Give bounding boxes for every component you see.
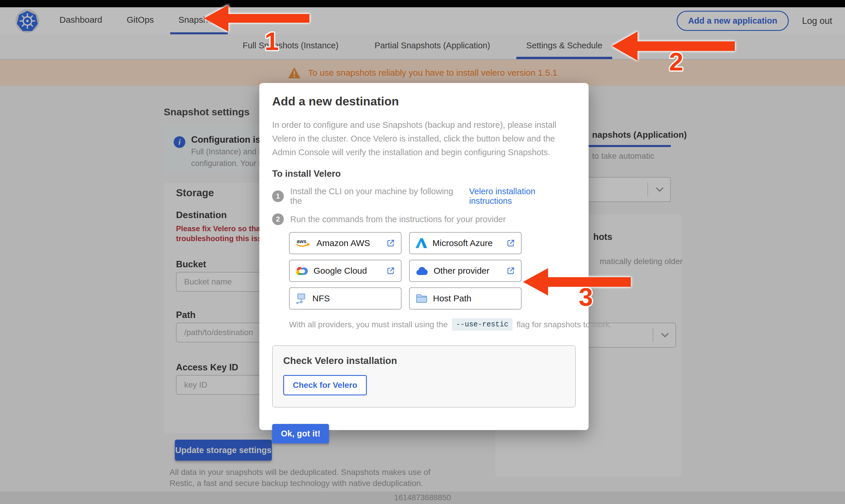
step-text: Run the commands from the instructions f… [290, 215, 506, 224]
provider-label: Amazon AWS [316, 238, 370, 248]
external-link-icon [386, 239, 395, 248]
nfs-network-icon [296, 293, 307, 304]
arrow-shaft [227, 14, 310, 23]
google-cloud-logo-icon [296, 266, 308, 276]
provider-nfs-button[interactable]: NFS [289, 287, 402, 309]
provider-host-path-button[interactable]: Host Path [409, 287, 522, 309]
provider-google-cloud-button[interactable]: Google Cloud [289, 260, 402, 282]
step-number-badge: 1 [272, 191, 284, 202]
arrow-head [612, 32, 637, 60]
folder-icon [416, 293, 428, 304]
modal-description: In order to configure and use Snapshots … [272, 118, 565, 159]
restic-note: With all providers, you must install usi… [289, 318, 576, 331]
cloud-icon [416, 266, 428, 276]
annotation-number-3: 3 [579, 284, 593, 310]
modal-title: Add a new destination [272, 95, 576, 108]
arrow-shaft [636, 41, 735, 51]
install-step-1: 1 Install the CLI on your machine by fol… [272, 187, 576, 206]
restic-flag-chip: --use-restic [452, 318, 512, 331]
provider-amazon-aws-button[interactable]: aws Amazon AWS [289, 232, 402, 254]
install-velero-heading: To install Velero [272, 168, 576, 179]
aws-logo-icon: aws [296, 238, 311, 248]
provider-label: NFS [312, 293, 330, 303]
restic-note-suffix: flag for snapshots to work. [517, 320, 612, 329]
azure-logo-icon [416, 238, 427, 248]
provider-label: Google Cloud [314, 266, 367, 276]
step-text: Install the CLI on your machine by follo… [290, 187, 460, 206]
install-step-2: 2 Run the commands from the instructions… [272, 213, 576, 225]
external-link-icon [386, 266, 395, 275]
restic-note-prefix: With all providers, you must install usi… [289, 320, 448, 329]
add-destination-modal: Add a new destination In order to config… [259, 83, 588, 430]
arrow-head [204, 5, 228, 32]
check-for-velero-button[interactable]: Check for Velero [283, 375, 367, 395]
external-link-icon [506, 266, 515, 275]
velero-installation-instructions-link[interactable]: Velero installation instructions [469, 187, 576, 206]
external-link-icon [506, 239, 515, 248]
ok-got-it-button[interactable]: Ok, got it! [272, 424, 329, 444]
svg-text:aws: aws [297, 238, 306, 244]
annotation-number-2: 2 [669, 49, 683, 74]
provider-label: Host Path [433, 293, 472, 303]
step-number-badge: 2 [272, 213, 284, 225]
annotation-number-1: 1 [265, 29, 279, 54]
provider-microsoft-azure-button[interactable]: Microsoft Azure [409, 232, 522, 254]
provider-other-button[interactable]: Other provider [409, 260, 522, 282]
arrow-head [523, 268, 548, 295]
check-velero-section: Check Velero installation Check for Vele… [272, 345, 576, 408]
provider-label: Microsoft Azure [433, 238, 493, 248]
provider-label: Other provider [434, 266, 490, 276]
check-velero-heading: Check Velero installation [283, 355, 565, 366]
